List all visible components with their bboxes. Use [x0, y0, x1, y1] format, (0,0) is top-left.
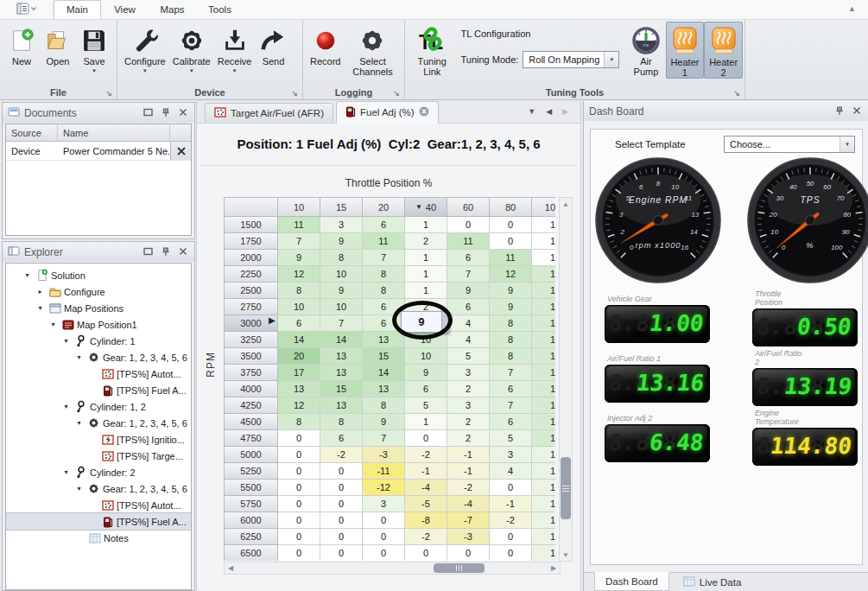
- pin-icon[interactable]: [159, 247, 172, 257]
- tree-item[interactable]: [TPS%] Targe...: [6, 448, 191, 464]
- grid-cell[interactable]: 8: [278, 414, 320, 430]
- grid-column-header[interactable]: 10: [278, 198, 320, 217]
- grid-cell-clipped[interactable]: 1: [532, 283, 555, 299]
- grid-cell[interactable]: 8: [490, 315, 532, 332]
- scroll-up-icon[interactable]: ▲: [560, 198, 572, 210]
- tree-item[interactable]: Notes: [6, 530, 191, 546]
- select-channels-button[interactable]: Select Channels: [344, 22, 401, 77]
- grid-cell[interactable]: -1: [447, 447, 490, 463]
- collapse-arrow-icon[interactable]: ▾: [73, 353, 85, 361]
- grid-cell[interactable]: 9: [320, 233, 363, 250]
- grid-row-header[interactable]: 6500: [225, 545, 278, 561]
- grid-cell[interactable]: -4: [447, 496, 490, 512]
- grid-cell[interactable]: 0: [320, 529, 363, 545]
- grid-cell[interactable]: 6: [405, 381, 447, 397]
- collapse-arrow-icon[interactable]: ▾: [60, 468, 72, 476]
- ribbon-tab-view[interactable]: View: [101, 0, 149, 19]
- tree-item[interactable]: [TPS%] Autot...: [6, 365, 191, 382]
- tree-item[interactable]: [TPS%] Fuel A...: [6, 513, 191, 530]
- grid-cell[interactable]: -2: [490, 512, 532, 529]
- grid-cell[interactable]: -8: [405, 512, 447, 529]
- collapse-arrow-icon[interactable]: ▾: [48, 321, 59, 328]
- grid-cell[interactable]: 1: [405, 217, 447, 233]
- grid-cell[interactable]: 9: [490, 299, 532, 315]
- collapse-arrow-icon[interactable]: ▾: [60, 403, 72, 410]
- grid-cell[interactable]: 0: [447, 545, 490, 561]
- grid-row-header[interactable]: 2000: [225, 250, 278, 266]
- grid-cell[interactable]: 9: [278, 250, 320, 266]
- collapse-arrow-icon[interactable]: ▾: [73, 419, 85, 427]
- grid-cell[interactable]: 3: [447, 397, 490, 414]
- grid-cell[interactable]: 0: [278, 496, 320, 512]
- file-dialog-launcher-icon[interactable]: ↘: [105, 90, 112, 98]
- grid-cell[interactable]: 1: [405, 414, 447, 430]
- grid-cell[interactable]: 0: [320, 545, 363, 561]
- grid-cell-clipped[interactable]: 1: [532, 233, 555, 250]
- grid-cell[interactable]: 13: [320, 348, 363, 365]
- grid-cell[interactable]: 0: [490, 233, 532, 250]
- grid-cell[interactable]: 12: [278, 266, 320, 283]
- grid-cell[interactable]: 3: [447, 365, 490, 381]
- tab-close-icon[interactable]: [419, 106, 429, 118]
- grid-cell[interactable]: 3: [363, 496, 405, 512]
- grid-cell[interactable]: 0: [278, 512, 320, 529]
- grid-cell[interactable]: 0: [363, 545, 405, 561]
- grid-cell[interactable]: 6: [363, 217, 405, 233]
- grid-cell[interactable]: 0: [278, 430, 320, 447]
- grid-cell[interactable]: -4: [405, 480, 447, 496]
- grid-row-header[interactable]: 6000: [225, 512, 278, 529]
- device-dialog-launcher-icon[interactable]: ↘: [291, 90, 298, 98]
- grid-row-header[interactable]: 4750: [225, 430, 278, 447]
- grid-cell[interactable]: 0: [278, 447, 320, 463]
- tree-item[interactable]: ▾Gear: 1, 2, 3, 4, 5, 6: [6, 415, 191, 431]
- grid-cell-clipped[interactable]: 1: [532, 299, 555, 315]
- grid-row-header[interactable]: 5000: [225, 447, 278, 463]
- tree-item[interactable]: ▾Solution: [6, 267, 191, 283]
- save-dropdown-icon[interactable]: ▾: [92, 67, 96, 73]
- scroll-tabs-right-icon[interactable]: ▶: [562, 107, 568, 116]
- tuning-link-button[interactable]: TL Tuning Link: [409, 22, 455, 77]
- grid-cell[interactable]: 9: [363, 414, 405, 430]
- grid-cell[interactable]: 8: [363, 266, 405, 283]
- grid-cell[interactable]: 6: [320, 430, 363, 447]
- grid-cell[interactable]: 0: [320, 496, 363, 512]
- grid-vertical-scrollbar[interactable]: ▲ ▼: [559, 197, 573, 562]
- grid-cell-clipped[interactable]: 1: [532, 397, 555, 414]
- grid-cell[interactable]: 11: [278, 217, 320, 233]
- grid-cell[interactable]: 9: [405, 365, 447, 381]
- grid-row-header[interactable]: 5500: [225, 480, 278, 496]
- grid-cell[interactable]: -2: [405, 447, 447, 463]
- grid-cell[interactable]: 3: [320, 217, 363, 233]
- grid-cell[interactable]: 13: [320, 397, 363, 414]
- scroll-down-icon[interactable]: ▼: [560, 549, 572, 561]
- grid-column-header-clipped[interactable]: 100: [532, 198, 555, 217]
- tab-live-data[interactable]: Live Data: [673, 573, 752, 591]
- grid-row-header[interactable]: 4500: [225, 414, 278, 430]
- tab-list-dropdown-icon[interactable]: ▼: [528, 107, 535, 116]
- grid-cell-clipped[interactable]: 1: [532, 348, 555, 365]
- grid-cell[interactable]: -11: [363, 463, 405, 480]
- grid-cell[interactable]: 20: [278, 348, 320, 365]
- grid-row-header[interactable]: 5250: [225, 463, 278, 480]
- grid-cell[interactable]: 0: [278, 480, 320, 496]
- grid-cell-clipped[interactable]: 1: [532, 496, 555, 512]
- grid-cell[interactable]: 9: [490, 283, 532, 299]
- grid-cell[interactable]: 10: [405, 348, 447, 365]
- grid-cell[interactable]: 8: [490, 332, 532, 348]
- tuning-tools-dialog-launcher-icon[interactable]: ↘: [733, 90, 740, 98]
- grid-cell-clipped[interactable]: 1: [532, 463, 555, 480]
- grid-cell-clipped[interactable]: 1: [532, 250, 555, 266]
- grid-row-header[interactable]: 4000: [225, 381, 278, 397]
- close-icon[interactable]: [176, 108, 189, 118]
- tree-item[interactable]: ▾Cylinder: 2: [6, 464, 191, 480]
- grid-cell[interactable]: 2: [447, 414, 490, 430]
- tree-item[interactable]: ▾Gear: 1, 2, 3, 4, 5, 6: [6, 480, 191, 497]
- grid-cell[interactable]: 13: [278, 381, 320, 397]
- grid-row-header[interactable]: 2250: [225, 266, 278, 283]
- maximize-icon[interactable]: [142, 108, 155, 118]
- air-pump-button[interactable]: PSI Air Pump: [626, 22, 665, 77]
- grid-column-header[interactable]: 20: [363, 198, 405, 217]
- horizontal-scroll-thumb[interactable]: [434, 563, 485, 573]
- receive-dropdown-icon[interactable]: ▾: [233, 67, 237, 73]
- grid-cell[interactable]: 5: [405, 397, 447, 414]
